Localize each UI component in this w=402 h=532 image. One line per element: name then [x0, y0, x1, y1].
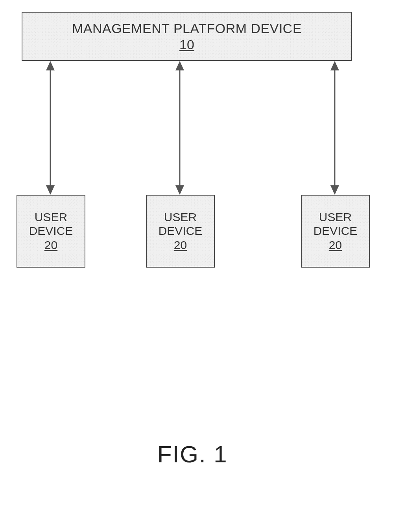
svg-marker-1 [46, 61, 55, 70]
user-device-label-line2: DEVICE [313, 224, 358, 238]
management-platform-ref: 10 [179, 37, 194, 52]
arrow-left [42, 61, 58, 195]
user-device-box-2: USER DEVICE 20 [146, 195, 215, 268]
user-device-box-1: USER DEVICE 20 [17, 195, 85, 268]
management-platform-title: MANAGEMENT PLATFORM DEVICE [72, 20, 302, 37]
arrow-middle [172, 61, 188, 195]
user-device-ref: 20 [329, 238, 342, 252]
user-device-ref: 20 [174, 238, 187, 252]
svg-marker-8 [330, 185, 339, 195]
management-platform-box: MANAGEMENT PLATFORM DEVICE 10 [22, 12, 352, 61]
svg-marker-2 [46, 185, 55, 195]
arrow-right [327, 61, 343, 195]
svg-marker-4 [175, 61, 184, 70]
user-device-label-line1: USER [35, 211, 67, 224]
svg-marker-7 [330, 61, 339, 70]
user-device-box-3: USER DEVICE 20 [301, 195, 370, 268]
user-device-ref: 20 [44, 238, 57, 252]
user-device-label-line2: DEVICE [29, 224, 73, 238]
svg-marker-5 [175, 185, 184, 195]
figure-label: FIG. 1 [157, 441, 228, 468]
user-device-label-line2: DEVICE [159, 224, 203, 238]
user-device-label-line1: USER [164, 211, 197, 224]
user-device-label-line1: USER [319, 211, 352, 224]
